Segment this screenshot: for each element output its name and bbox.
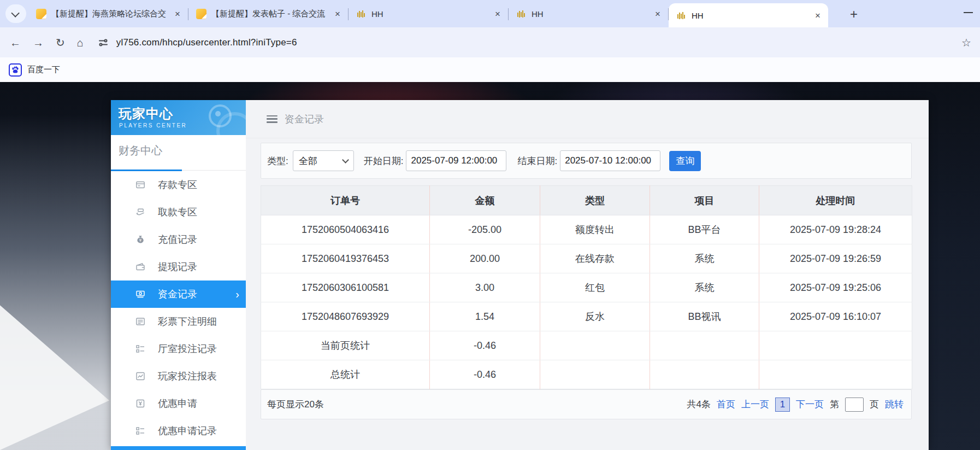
next-page-link[interactable]: 下一页 xyxy=(796,398,824,411)
tab-close-icon[interactable]: × xyxy=(653,8,663,20)
tab-title: HH xyxy=(692,11,813,20)
jump-link[interactable]: 跳转 xyxy=(885,398,904,411)
cell-amount: 1.54 xyxy=(430,302,540,331)
cell-project: BB视讯 xyxy=(650,302,759,331)
tab-2[interactable]: 【新提醒】发表帖子 - 综合交流 × xyxy=(188,0,348,27)
cell-order-no: 1752060504063416 xyxy=(261,215,430,244)
cell-empty xyxy=(759,331,912,360)
tab-title: 【新提醒】发表帖子 - 综合交流 xyxy=(211,9,333,19)
tab-1[interactable]: 【新提醒】海燕策略论坛综合交 × xyxy=(28,0,188,27)
home-button[interactable]: ⌂ xyxy=(77,37,84,48)
pagination-controls: 共4条 首页 上一页 1 下一页 第 页 跳转 xyxy=(687,398,904,412)
sidebar-header: 玩家中心 PLAYERS CENTER xyxy=(111,100,246,135)
sidebar-item-fund-records[interactable]: 资金记录 › xyxy=(111,280,246,308)
end-date-input[interactable] xyxy=(560,150,660,171)
prev-page-link[interactable]: 上一页 xyxy=(741,398,769,411)
sidebar-item-withdrawal-records[interactable]: 提现记录 xyxy=(111,253,246,280)
hh-favicon xyxy=(516,9,527,19)
current-page-badge[interactable]: 1 xyxy=(775,398,790,412)
tab-close-icon[interactable]: × xyxy=(173,8,182,20)
cell-process-time: 2025-07-09 16:10:07 xyxy=(759,302,912,331)
menu-toggle-icon[interactable] xyxy=(267,115,278,123)
col-process-time: 处理时间 xyxy=(759,186,912,215)
col-amount: 金额 xyxy=(430,186,540,215)
site-info-icon[interactable] xyxy=(98,37,109,48)
sidebar-item-recharge-records[interactable]: ¥ 充值记录 xyxy=(111,226,246,253)
sidebar-item-deposit-zone[interactable]: 存款专区 xyxy=(111,171,246,198)
end-date-label: 结束日期: xyxy=(517,155,557,167)
tabs-container: 【新提醒】海燕策略论坛综合交 × 【新提醒】发表帖子 - 综合交流 × HH × xyxy=(28,0,828,27)
content-card: 玩家中心 PLAYERS CENTER 财务中心 存款专区 xyxy=(111,100,929,450)
tab-close-icon[interactable]: × xyxy=(493,8,503,20)
page-header: 资金记录 xyxy=(246,100,929,138)
tab-close-icon[interactable]: × xyxy=(813,10,823,21)
tab-strip: 【新提醒】海燕策略论坛综合交 × 【新提醒】发表帖子 - 综合交流 × HH × xyxy=(0,0,980,27)
funds-table: 订单号 金额 类型 项目 处理时间 1752060504063416 -205.… xyxy=(261,185,912,389)
start-date-input[interactable] xyxy=(406,150,506,171)
cell-process-time: 2025-07-09 19:25:06 xyxy=(759,273,912,302)
cell-project: BB平台 xyxy=(650,215,759,244)
chevron-right-icon: › xyxy=(235,289,239,300)
sidebar-item-player-bet-report[interactable]: 玩家投注报表 xyxy=(111,363,246,390)
url-field[interactable]: yl756.com/hhcp/usercenter.html?iniType=6 xyxy=(116,37,297,48)
hh-favicon xyxy=(356,9,367,19)
sidebar-item-withdraw-zone[interactable]: 取款专区 xyxy=(111,198,246,226)
bookmark-item[interactable]: 百度一下 xyxy=(27,65,60,75)
minimize-button[interactable] xyxy=(964,12,973,13)
bookmarks-bar: 百度一下 xyxy=(0,57,980,82)
records-list-icon xyxy=(135,425,146,436)
cell-amount: 3.00 xyxy=(430,273,540,302)
baidu-favicon xyxy=(9,63,22,77)
sidebar-item-hall-bet-records[interactable]: 厅室投注记录 xyxy=(111,335,246,363)
forward-button[interactable]: → xyxy=(33,37,44,48)
first-page-link[interactable]: 首页 xyxy=(717,398,735,411)
lottery-list-icon xyxy=(135,316,146,327)
new-tab-button[interactable]: + xyxy=(846,6,862,22)
bookmark-star-icon[interactable]: ☆ xyxy=(961,36,971,49)
table-row: 1752060419376453 200.00 在线存款 系统 2025-07-… xyxy=(261,244,912,273)
tab-3[interactable]: HH × xyxy=(349,0,508,27)
cell-project: 系统 xyxy=(650,273,759,302)
tab-4[interactable]: HH × xyxy=(509,0,668,27)
tab-search-button[interactable] xyxy=(5,4,26,23)
page-jump-input[interactable] xyxy=(845,398,864,412)
sidebar-item-lottery-bet-details[interactable]: 彩票下注明细 xyxy=(111,308,246,335)
table-row: 1752048607693929 1.54 反水 BB视讯 2025-07-09… xyxy=(261,302,912,331)
tab-close-icon[interactable]: × xyxy=(333,8,343,20)
cell-type: 反水 xyxy=(540,302,650,331)
web-page: 玩家中心 PLAYERS CENTER 财务中心 存款专区 xyxy=(0,82,980,450)
browser-toolbar: ← → ↻ ⌂ yl756.com/hhcp/usercenter.html?i… xyxy=(0,27,980,57)
start-date-label: 开始日期: xyxy=(364,155,404,167)
sidebar-item-promo-apply-records[interactable]: 优惠申请记录 xyxy=(111,417,246,445)
cell-type: 红包 xyxy=(540,273,650,302)
sidebar-menu: 存款专区 取款专区 ¥ 充值记录 xyxy=(111,171,246,445)
cell-label: 总统计 xyxy=(261,360,430,389)
page-title: 资金记录 xyxy=(285,113,324,126)
chevron-down-icon xyxy=(11,9,20,17)
back-button[interactable]: ← xyxy=(10,37,21,48)
cell-order-no: 1752060419376453 xyxy=(261,244,430,273)
sidebar-next-section-strip xyxy=(111,446,246,450)
cell-type: 在线存款 xyxy=(540,244,650,273)
promo-icon xyxy=(135,398,146,409)
tab-title: HH xyxy=(532,9,653,19)
cell-empty xyxy=(759,360,912,389)
cell-type: 额度转出 xyxy=(540,215,650,244)
query-button[interactable]: 查询 xyxy=(669,151,701,171)
withdraw-hand-icon xyxy=(135,207,146,218)
total-count-label: 共4条 xyxy=(687,398,711,411)
pagination-bar: 每页显示20条 共4条 首页 上一页 1 下一页 第 页 跳转 xyxy=(261,389,912,419)
table-header: 订单号 金额 类型 项目 处理时间 xyxy=(261,186,912,215)
cell-project: 系统 xyxy=(650,244,759,273)
tab-5-active[interactable]: HH × xyxy=(669,3,828,27)
cell-amount: -0.46 xyxy=(430,360,540,389)
filter-bar: 类型: 全部 开始日期: 结束日期: 查询 xyxy=(261,143,912,179)
cell-empty xyxy=(650,360,759,389)
forum-favicon xyxy=(36,9,46,19)
cell-empty xyxy=(540,331,650,360)
type-select[interactable]: 全部 xyxy=(293,150,354,171)
reload-button[interactable]: ↻ xyxy=(56,37,65,48)
cell-label: 当前页统计 xyxy=(261,331,430,360)
hh-favicon xyxy=(676,10,687,21)
sidebar-item-promo-apply[interactable]: 优惠申请 xyxy=(111,390,246,417)
